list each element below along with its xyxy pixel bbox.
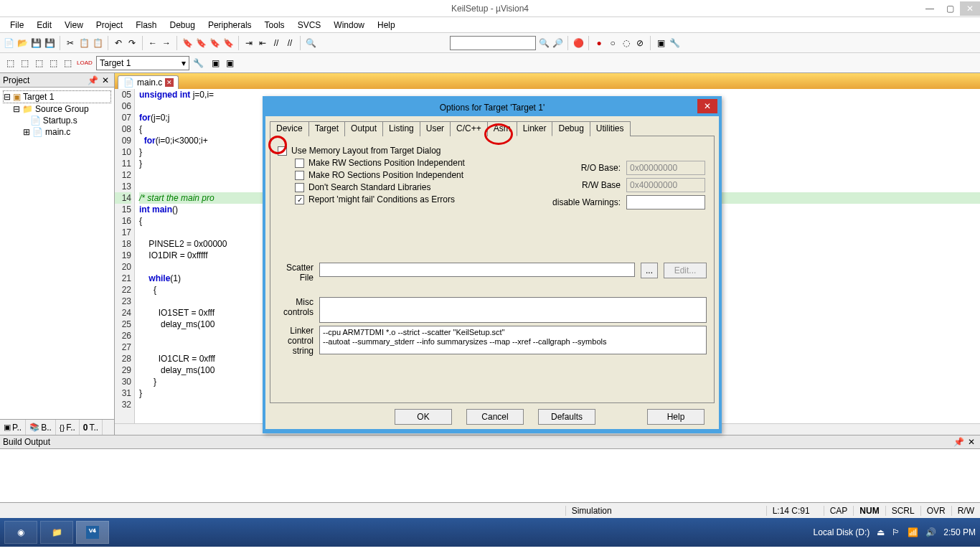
tab-listing[interactable]: Listing	[382, 121, 420, 136]
dialog-close-button[interactable]: ✕	[697, 99, 717, 113]
build-icon[interactable]: ⬚	[19, 57, 30, 69]
translate-icon[interactable]: ⬚	[4, 57, 16, 69]
undo-icon[interactable]: ↶	[113, 37, 124, 49]
checkbox-icon[interactable]	[295, 159, 304, 168]
taskbar-uvision[interactable]: ⱽ⁴	[76, 521, 109, 544]
menu-window[interactable]: Window	[328, 19, 370, 32]
bookmark-prev-icon[interactable]: 🔖	[195, 37, 207, 49]
minimize-button[interactable]: —	[920, 1, 940, 16]
redo-icon[interactable]: ↷	[126, 37, 138, 49]
checkbox-icon[interactable]	[295, 183, 304, 192]
tab-target[interactable]: Target	[308, 121, 345, 136]
breakpoint-disable-icon[interactable]: ◌	[621, 37, 632, 49]
taskbar-explorer[interactable]: 📁	[40, 521, 73, 544]
linker-control-string[interactable]: --cpu ARM7TDMI *.o --strict --scatter "K…	[319, 326, 707, 354]
dialog-title-bar[interactable]: Options for Target 'Target 1' ✕	[265, 99, 719, 116]
find-combo[interactable]	[450, 36, 536, 50]
tab-asm[interactable]: Asm	[487, 121, 517, 136]
scatter-browse-button[interactable]: ...	[641, 263, 658, 278]
batch-icon[interactable]: ⬚	[47, 57, 59, 69]
menu-svcs[interactable]: SVCS	[292, 19, 327, 32]
breakpoint-kill-icon[interactable]: ⊘	[634, 37, 646, 49]
paste-icon[interactable]: 📋	[92, 37, 103, 49]
tray-time[interactable]: 2:50 PM	[943, 527, 976, 537]
menu-edit[interactable]: Edit	[31, 19, 57, 32]
nav-fwd-icon[interactable]: →	[161, 37, 172, 49]
chk-libs[interactable]: Don't Search Standard Libraries	[295, 182, 534, 192]
menu-flash[interactable]: Flash	[130, 19, 162, 32]
nav-back-icon[interactable]: ←	[147, 37, 159, 49]
panel-close-icon[interactable]: ✕	[966, 436, 977, 448]
panel-close-icon[interactable]: ✕	[100, 75, 111, 86]
menu-project[interactable]: Project	[90, 19, 128, 32]
proj-tab-func[interactable]: {}F..	[56, 420, 80, 435]
disable-warnings-field[interactable]	[626, 195, 705, 209]
chk-might-fail[interactable]: ✓ Report 'might fail' Conditions as Erro…	[295, 194, 534, 204]
misc-controls-field[interactable]	[319, 297, 707, 323]
chk-use-memory[interactable]: ✓ Use Memory Layout from Target Dialog	[278, 146, 534, 156]
save-icon[interactable]: 💾	[30, 37, 42, 49]
tray-disk[interactable]: Local Disk (D:)	[814, 527, 870, 537]
help-button[interactable]: Help	[647, 409, 705, 425]
multi-icon[interactable]: ▣	[224, 57, 235, 69]
project-tree[interactable]: ⊟ ▣ Target 1 ⊟ 📁 Source Group 📄 Startup.…	[0, 88, 114, 419]
comment-icon[interactable]: //	[270, 37, 282, 49]
tab-cpp[interactable]: C/C++	[450, 121, 488, 136]
menu-tools[interactable]: Tools	[259, 19, 291, 32]
find-files-icon[interactable]: 🔍	[538, 37, 550, 49]
open-icon[interactable]: 📂	[17, 37, 28, 49]
bookmark-next-icon[interactable]: 🔖	[209, 37, 220, 49]
window-icon[interactable]: ▣	[655, 37, 666, 49]
cancel-button[interactable]: Cancel	[466, 409, 524, 425]
defaults-button[interactable]: Defaults	[538, 409, 595, 425]
cut-icon[interactable]: ✂	[65, 37, 76, 49]
tray-volume-icon[interactable]: 🔊	[925, 527, 936, 537]
incremental-find-icon[interactable]: 🔎	[552, 37, 563, 49]
build-output[interactable]	[0, 449, 980, 502]
find-icon[interactable]: 🔍	[305, 37, 316, 49]
tab-output[interactable]: Output	[344, 121, 383, 136]
target-dropdown[interactable]: Target 1 ▾	[96, 56, 189, 70]
menu-help[interactable]: Help	[372, 19, 401, 32]
tree-file-startup[interactable]: 📄 Startup.s	[3, 115, 111, 126]
new-icon[interactable]: 📄	[3, 37, 14, 49]
tray-eject-icon[interactable]: ⏏	[877, 527, 885, 537]
pin-icon[interactable]: 📌	[953, 436, 964, 448]
tab-device[interactable]: Device	[270, 121, 309, 136]
checkbox-icon[interactable]	[295, 171, 304, 180]
bookmark-icon[interactable]: 🔖	[182, 37, 193, 49]
uncomment-icon[interactable]: //	[284, 37, 296, 49]
manage-icon[interactable]: ▣	[209, 57, 221, 69]
editor-tab-main[interactable]: 📄 main.c ✕	[118, 75, 179, 89]
proj-tab-templ[interactable]: 0T..	[80, 420, 103, 435]
taskbar-chrome[interactable]: ◉	[4, 521, 37, 544]
scatter-file-field[interactable]	[319, 263, 635, 277]
tab-debug[interactable]: Debug	[552, 121, 590, 136]
tab-utilities[interactable]: Utilities	[590, 121, 631, 136]
breakpoint-enable-icon[interactable]: ○	[607, 37, 618, 49]
chk-ro-sections[interactable]: Make RO Sections Position Independent	[295, 170, 534, 180]
tray-flag-icon[interactable]: 🏳	[892, 527, 900, 537]
tab-linker[interactable]: Linker	[517, 121, 553, 136]
options-icon[interactable]: 🔧	[192, 57, 204, 69]
config-icon[interactable]: 🔧	[669, 37, 680, 49]
outdent-icon[interactable]: ⇤	[257, 37, 268, 49]
tree-file-main[interactable]: ⊞ 📄 main.c	[3, 126, 111, 138]
tab-close-icon[interactable]: ✕	[165, 78, 174, 87]
bookmark-clear-icon[interactable]: 🔖	[222, 37, 234, 49]
pin-icon[interactable]: 📌	[87, 75, 98, 86]
debug-icon[interactable]: 🔴	[573, 37, 584, 49]
save-all-icon[interactable]: 💾	[44, 37, 55, 49]
tree-group[interactable]: ⊟ 📁 Source Group	[3, 103, 111, 115]
menu-file[interactable]: File	[4, 19, 29, 32]
copy-icon[interactable]: 📋	[78, 37, 90, 49]
menu-debug[interactable]: Debug	[164, 19, 201, 32]
download-icon[interactable]: LOAD	[79, 57, 90, 69]
ok-button[interactable]: OK	[395, 409, 452, 425]
checkbox-icon[interactable]: ✓	[278, 146, 287, 156]
checkbox-icon[interactable]: ✓	[295, 195, 304, 204]
proj-tab-books[interactable]: 📚B..	[26, 420, 56, 435]
rebuild-icon[interactable]: ⬚	[33, 57, 44, 69]
maximize-button[interactable]: ▢	[940, 1, 960, 16]
indent-icon[interactable]: ⇥	[243, 37, 255, 49]
